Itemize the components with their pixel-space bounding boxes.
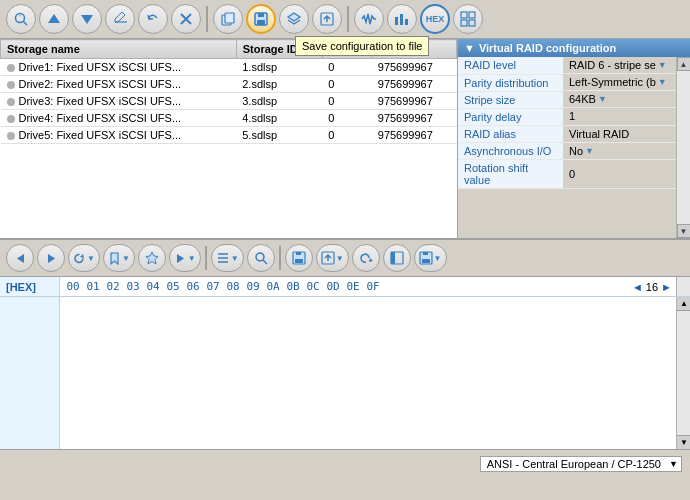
global-search-button[interactable] [6, 4, 36, 34]
close-button[interactable] [171, 4, 201, 34]
scroll-down-button[interactable]: ▼ [677, 224, 691, 238]
hex-scroll-up[interactable]: ▲ [677, 297, 690, 311]
layers-button[interactable] [279, 4, 309, 34]
cell-status: 0 [322, 110, 372, 127]
hex-column-header: 04 [144, 280, 162, 293]
cell-storage-name: Drive5: Fixed UFSX iSCSI UFS... [1, 127, 237, 144]
config-row: Rotation shift value 0 [458, 160, 676, 189]
table-row[interactable]: Drive1: Fixed UFSX iSCSI UFS... 1.sdlsp … [1, 59, 457, 76]
separator-2 [347, 6, 349, 32]
svg-marker-23 [17, 254, 24, 263]
waveform-button[interactable] [354, 4, 384, 34]
hex-column-header: 0F [364, 280, 382, 293]
search-button[interactable] [247, 244, 275, 272]
encoding-dropdown-arrow: ▼ [669, 459, 678, 469]
cell-storage-name: Drive2: Fixed UFSX iSCSI UFS... [1, 76, 237, 93]
hex-page-number: 16 [646, 281, 658, 293]
separator-t2-2 [279, 246, 281, 270]
separator-1 [206, 6, 208, 32]
col-value [372, 40, 457, 59]
cell-value: 975699967 [372, 76, 457, 93]
nav-forward-button[interactable] [37, 244, 65, 272]
panel-button[interactable] [383, 244, 411, 272]
chart-button[interactable] [387, 4, 417, 34]
bookmark-button[interactable]: ▼ [103, 244, 135, 272]
table-row[interactable]: Drive4: Fixed UFSX iSCSI UFS... 4.sdlsp … [1, 110, 457, 127]
cell-storage-name: Drive4: Fixed UFSX iSCSI UFS... [1, 110, 237, 127]
save-final-button[interactable]: ▼ [414, 244, 447, 272]
config-value-cell: 0 [563, 160, 676, 189]
table-row[interactable]: Drive5: Fixed UFSX iSCSI UFS... 5.sdlsp … [1, 127, 457, 144]
nav-back-button[interactable] [6, 244, 34, 272]
up-button[interactable] [39, 4, 69, 34]
edit-button[interactable] [105, 4, 135, 34]
config-value-cell[interactable]: 64KB▼ [563, 91, 676, 108]
config-value-cell[interactable]: Left-Symmetric (b▼ [563, 74, 676, 91]
config-value-cell: Virtual RAID [563, 125, 676, 142]
hex-scroll-down[interactable]: ▼ [677, 435, 690, 449]
encoding-selector[interactable]: ANSI - Central European / CP-1250 ▼ [480, 456, 682, 472]
svg-rect-22 [469, 20, 475, 26]
hex-button[interactable]: HEX [420, 4, 450, 34]
config-row: RAID alias Virtual RAID [458, 125, 676, 142]
collapse-icon[interactable]: ▼ [464, 42, 475, 54]
svg-rect-19 [461, 12, 467, 18]
cell-storage-name: Drive1: Fixed UFSX iSCSI UFS... [1, 59, 237, 76]
svg-rect-20 [469, 12, 475, 18]
hex-page-next[interactable]: ► [661, 281, 672, 293]
grid-button[interactable] [453, 4, 483, 34]
cell-storage-id: 4.sdlsp [236, 110, 322, 127]
svg-line-33 [263, 260, 267, 264]
save-config-button[interactable] [246, 4, 276, 34]
list-button[interactable]: ▼ [211, 244, 244, 272]
save-hex-button[interactable] [285, 244, 313, 272]
svg-rect-17 [400, 14, 403, 25]
scroll-up-button[interactable]: ▲ [677, 57, 691, 71]
config-label-cell: Parity delay [458, 108, 563, 125]
svg-marker-3 [48, 14, 60, 23]
hex-column-header: 05 [164, 280, 182, 293]
hex-column-header: 07 [204, 280, 222, 293]
hex-column-header: 02 [104, 280, 122, 293]
hex-column-header: 0A [264, 280, 282, 293]
config-label-cell: RAID alias [458, 125, 563, 142]
undo-button[interactable] [138, 4, 168, 34]
hex-label: [HEX] [0, 277, 60, 296]
hex-column-header: 06 [184, 280, 202, 293]
cell-storage-name: Drive3: Fixed UFSX iSCSI UFS... [1, 93, 237, 110]
hex-page-prev[interactable]: ◄ [632, 281, 643, 293]
rotate-button[interactable] [352, 244, 380, 272]
hex-column-header: 0D [324, 280, 342, 293]
down-button[interactable] [72, 4, 102, 34]
table-row[interactable]: Drive3: Fixed UFSX iSCSI UFS... 3.sdlsp … [1, 93, 457, 110]
svg-marker-4 [81, 15, 93, 24]
svg-rect-44 [422, 259, 430, 263]
table-row[interactable]: Drive2: Fixed UFSX iSCSI UFS... 2.sdlsp … [1, 76, 457, 93]
svg-marker-25 [80, 254, 84, 258]
storage-table: Storage name Storage ID Sta... Drive1: F… [0, 39, 457, 144]
refresh-button[interactable]: ▼ [68, 244, 100, 272]
star-button[interactable] [138, 244, 166, 272]
config-value-cell[interactable]: RAID 6 - stripe se▼ [563, 57, 676, 74]
hex-gutter [0, 297, 60, 449]
export-button[interactable] [312, 4, 342, 34]
hex-column-header: 0B [284, 280, 302, 293]
config-label-cell: Rotation shift value [458, 160, 563, 189]
svg-rect-36 [295, 259, 303, 263]
svg-rect-41 [391, 252, 395, 264]
config-value-cell[interactable]: No▼ [563, 143, 676, 160]
cell-storage-id: 3.sdlsp [236, 93, 322, 110]
cell-storage-id: 2.sdlsp [236, 76, 322, 93]
col-storage-name: Storage name [1, 40, 237, 59]
svg-marker-26 [111, 253, 118, 264]
export-hex-button[interactable]: ▼ [316, 244, 349, 272]
right-scrollbar[interactable]: ▲ ▼ [676, 57, 690, 238]
navigate-right-button[interactable]: ▼ [169, 244, 201, 272]
col-storage-id: Storage ID [236, 40, 322, 59]
cell-storage-id: 1.sdlsp [236, 59, 322, 76]
cell-value: 975699967 [372, 59, 457, 76]
copy-button[interactable] [213, 4, 243, 34]
secondary-toolbar: ▼ ▼ ▼ ▼ ▼ ▼ [0, 239, 690, 277]
svg-marker-27 [146, 252, 158, 264]
config-row: RAID level RAID 6 - stripe se▼ [458, 57, 676, 74]
